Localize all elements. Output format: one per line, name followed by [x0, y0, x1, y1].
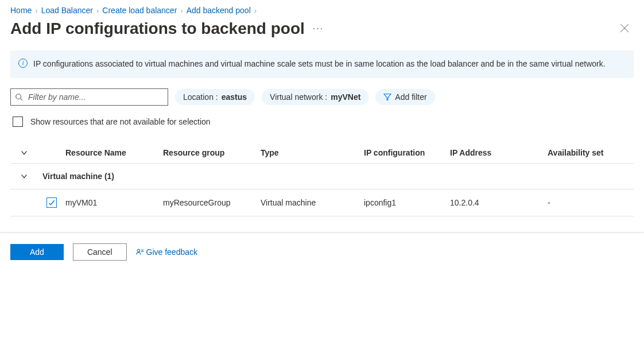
- column-resource-group[interactable]: Resource group: [163, 148, 261, 157]
- cell-type: Virtual machine: [261, 198, 364, 207]
- page-title: Add IP configurations to backend pool: [10, 20, 305, 38]
- info-banner: i IP configurations associated to virtua…: [10, 51, 634, 78]
- pill-label: Location :: [183, 92, 218, 102]
- breadcrumb: Home › Load Balancer › Create load balan…: [10, 0, 634, 17]
- breadcrumb-sep: ›: [96, 6, 99, 15]
- breadcrumb-add-backend-pool[interactable]: Add backend pool: [187, 6, 251, 15]
- svg-point-2: [16, 94, 21, 99]
- more-actions-button[interactable]: ···: [313, 24, 324, 34]
- give-feedback-link[interactable]: Give feedback: [136, 247, 198, 257]
- add-button[interactable]: Add: [10, 244, 64, 260]
- table-header: Resource Name Resource group Type IP con…: [10, 142, 634, 164]
- show-unavailable-row: Show resources that are not available fo…: [10, 115, 634, 129]
- filter-pill-location[interactable]: Location : eastus: [175, 89, 255, 105]
- breadcrumb-home[interactable]: Home: [10, 6, 32, 15]
- column-name[interactable]: Resource Name: [65, 148, 163, 157]
- pill-value: eastus: [222, 92, 247, 102]
- svg-line-3: [21, 98, 23, 100]
- cell-availability-set: -: [548, 198, 634, 207]
- column-availability-set[interactable]: Availability set: [548, 148, 634, 157]
- breadcrumb-load-balancer[interactable]: Load Balancer: [41, 6, 93, 15]
- row-checkbox[interactable]: [46, 197, 57, 208]
- group-label: Virtual machine (1): [42, 172, 114, 181]
- title-row: Add IP configurations to backend pool ··…: [10, 20, 634, 38]
- search-icon: [15, 93, 23, 101]
- pill-label: Virtual network :: [270, 92, 327, 102]
- info-icon: i: [18, 59, 28, 68]
- filter-search: [10, 88, 168, 106]
- close-icon: [620, 24, 629, 33]
- chevron-down-icon: [20, 149, 28, 157]
- group-row-virtual-machine[interactable]: Virtual machine (1): [10, 164, 634, 189]
- filter-icon: [383, 93, 391, 101]
- feedback-icon: [136, 248, 144, 256]
- filter-pill-vnet[interactable]: Virtual network : myVNet: [262, 89, 368, 105]
- breadcrumb-sep: ›: [254, 6, 257, 15]
- column-type[interactable]: Type: [261, 148, 364, 157]
- breadcrumb-sep: ›: [35, 6, 37, 15]
- column-ip-configuration[interactable]: IP configuration: [364, 148, 450, 157]
- breadcrumb-create-lb[interactable]: Create load balancer: [102, 6, 177, 15]
- cell-ip-address: 10.2.0.4: [450, 198, 548, 207]
- table-row: myVM01 myResourceGroup Virtual machine i…: [10, 189, 634, 216]
- cell-name: myVM01: [65, 198, 163, 207]
- column-ip-address[interactable]: IP Address: [450, 148, 548, 157]
- cell-ip-configuration: ipconfig1: [364, 198, 450, 207]
- cancel-button[interactable]: Cancel: [73, 243, 127, 261]
- column-expand[interactable]: [10, 149, 38, 157]
- chevron-down-icon: [20, 172, 28, 180]
- close-button[interactable]: [615, 20, 634, 38]
- show-unavailable-checkbox[interactable]: [13, 117, 23, 127]
- filter-input[interactable]: [10, 88, 168, 106]
- filter-row: Location : eastus Virtual network : myVN…: [10, 88, 634, 106]
- show-unavailable-label: Show resources that are not available fo…: [30, 117, 211, 126]
- cell-resource-group: myResourceGroup: [163, 198, 261, 207]
- add-filter-label: Add filter: [395, 92, 426, 102]
- feedback-label: Give feedback: [146, 247, 198, 257]
- svg-marker-4: [384, 94, 391, 100]
- footer: Add Cancel Give feedback: [0, 232, 644, 261]
- resources-table: Resource Name Resource group Type IP con…: [10, 142, 634, 216]
- info-text: IP configurations associated to virtual …: [33, 59, 606, 68]
- pill-value: myVNet: [331, 92, 360, 102]
- breadcrumb-sep: ›: [180, 6, 183, 15]
- add-filter-button[interactable]: Add filter: [375, 89, 434, 105]
- checkmark-icon: [48, 199, 55, 206]
- svg-point-5: [137, 249, 139, 251]
